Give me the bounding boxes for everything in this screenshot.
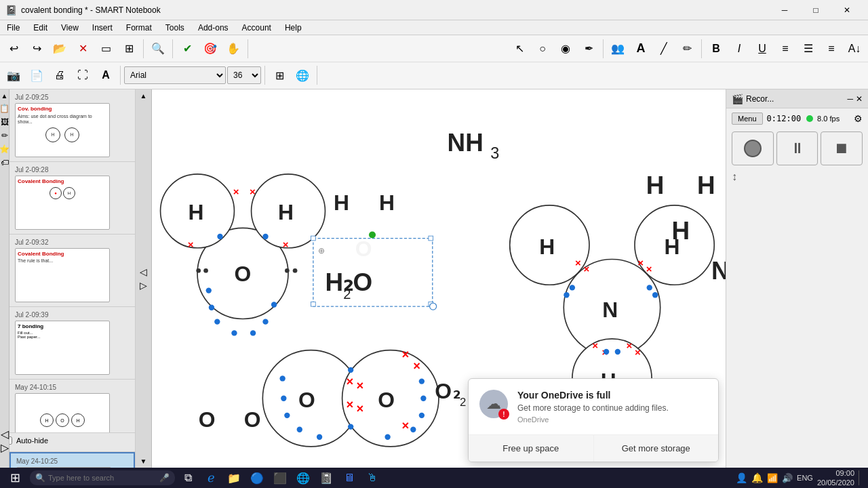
- free-up-space-button[interactable]: Free up space: [469, 435, 593, 462]
- sidebar-panel-icon-5[interactable]: 🏷: [1, 158, 9, 167]
- people-button[interactable]: 👥: [607, 38, 629, 60]
- menu-edit[interactable]: Edit: [26, 22, 54, 34]
- menu-format[interactable]: Format: [119, 22, 159, 34]
- cursor-button[interactable]: ↖: [509, 38, 530, 60]
- toolbar-separator-7: [264, 66, 265, 85]
- taskbar-smart[interactable]: 📓: [316, 469, 336, 487]
- record-button[interactable]: [732, 131, 774, 165]
- taskbar-edge[interactable]: ℯ: [201, 469, 221, 487]
- undo-button[interactable]: ↩: [3, 38, 24, 60]
- text-options-button[interactable]: A↓: [844, 38, 865, 60]
- svg-point-77: [615, 349, 620, 354]
- recorder-close[interactable]: ✕: [856, 94, 863, 104]
- recorder-settings[interactable]: ⚙: [854, 113, 863, 124]
- taskbar-app2[interactable]: 🖥: [339, 469, 359, 487]
- underline-button[interactable]: U: [751, 38, 773, 60]
- get-more-storage-button[interactable]: Get more storage: [593, 435, 719, 462]
- align-right-button[interactable]: ≡: [821, 38, 842, 60]
- font-size-selector[interactable]: 36: [227, 66, 261, 84]
- sidebar-panel-icon-3[interactable]: ✏: [1, 131, 8, 140]
- menu-view[interactable]: View: [54, 22, 85, 34]
- taskbar-search-box: 🔍 🎤: [30, 470, 175, 485]
- menu-file[interactable]: File: [0, 22, 26, 34]
- recorder-menu-button[interactable]: Menu: [732, 113, 763, 125]
- magic-button[interactable]: 🎯: [199, 38, 221, 60]
- color-grid-button[interactable]: ⊞: [269, 64, 290, 86]
- recorder-minimize[interactable]: ─: [847, 94, 853, 104]
- print-button[interactable]: 🖨: [49, 64, 71, 86]
- taskbar-notification-icon[interactable]: 🔔: [751, 472, 763, 483]
- recorder-expand-icon[interactable]: ↕: [732, 171, 737, 183]
- minimize-button[interactable]: ─: [769, 0, 800, 20]
- delete-button[interactable]: ✕: [72, 38, 94, 60]
- slide-thumb-4[interactable]: Jul 2-09:25 Cov. bonding Aims: use dot a…: [9, 89, 135, 162]
- highlighter-button[interactable]: ✏: [676, 38, 698, 60]
- sidebar-panel-icon-4[interactable]: ⭐: [0, 144, 9, 154]
- svg-text:×: ×: [637, 257, 644, 268]
- menu-addons[interactable]: Add-ons: [191, 22, 235, 34]
- slide-thumb-6-preview: Covalent Bonding The rule is that...: [15, 248, 110, 302]
- recorder-icon: 🎬: [732, 94, 743, 104]
- svg-point-74: [647, 285, 652, 290]
- slide-thumb-5[interactable]: Jul 2-09:28 Covalent Bonding ● H: [9, 162, 135, 235]
- close-button[interactable]: ✕: [831, 0, 863, 20]
- rectangle-button[interactable]: ▭: [95, 38, 117, 60]
- taskbar-network-icon[interactable]: 📶: [767, 473, 778, 483]
- menu-account[interactable]: Account: [235, 22, 278, 34]
- table-button[interactable]: ⊞: [118, 38, 140, 60]
- move-button[interactable]: ✋: [222, 38, 244, 60]
- svg-text:H: H: [671, 217, 690, 245]
- pdf-button[interactable]: 📄: [26, 64, 47, 86]
- start-button[interactable]: ⊞: [3, 469, 27, 487]
- align-left-button[interactable]: ≡: [774, 38, 796, 60]
- pen-button[interactable]: ✒: [578, 38, 599, 60]
- taskbar-taskview[interactable]: ⧉: [178, 469, 198, 487]
- open-button[interactable]: 📂: [49, 38, 71, 60]
- sidebar-scroll-up[interactable]: ▲: [1, 92, 8, 100]
- left-scroll-down[interactable]: ▼: [140, 458, 147, 465]
- pause-button[interactable]: ⏸: [776, 131, 818, 165]
- align-center-button[interactable]: ☰: [797, 38, 819, 60]
- globe-button[interactable]: 🌐: [292, 64, 313, 86]
- taskbar-show-desktop[interactable]: [859, 470, 863, 485]
- taskbar-people-icon[interactable]: 👤: [736, 472, 747, 483]
- left-nav-prev[interactable]: ◁: [140, 266, 147, 277]
- stop-button[interactable]: ⏹: [821, 131, 863, 165]
- sidebar-panel-icon-1[interactable]: 📋: [0, 104, 9, 113]
- sidebar-nav-left[interactable]: ◁: [1, 428, 9, 441]
- slide-thumb-6[interactable]: Jul 2-09:32 Covalent Bonding The rule is…: [9, 235, 135, 307]
- left-nav-next[interactable]: ▷: [140, 280, 147, 291]
- taskbar-app1[interactable]: ⬛: [270, 469, 290, 487]
- text-button[interactable]: A: [630, 38, 652, 60]
- menu-insert[interactable]: Insert: [85, 22, 119, 34]
- left-scroll-up[interactable]: ▲: [140, 92, 147, 100]
- taskbar-unknown1[interactable]: 🔵: [247, 469, 267, 487]
- maximize-button[interactable]: □: [800, 0, 831, 20]
- microphone-icon[interactable]: 🎤: [159, 473, 170, 483]
- bold-button[interactable]: B: [705, 38, 727, 60]
- fill-button[interactable]: ◉: [555, 38, 576, 60]
- taskbar-explorer[interactable]: 📁: [224, 469, 244, 487]
- zoom-button[interactable]: 🔍: [147, 38, 169, 60]
- taskbar-search-input[interactable]: [48, 474, 157, 482]
- slide-thumb-9[interactable]: May 24-10:25 H O H: [9, 452, 135, 468]
- check-button[interactable]: ✔: [176, 38, 198, 60]
- sidebar-panel-icon-2[interactable]: 🖼: [1, 117, 9, 127]
- menu-tools[interactable]: Tools: [159, 22, 191, 34]
- font-selector[interactable]: Arial: [124, 66, 226, 84]
- line-button[interactable]: ╱: [653, 38, 675, 60]
- italic-button[interactable]: I: [728, 38, 750, 60]
- screenshot-button[interactable]: 📷: [3, 64, 24, 86]
- taskbar-volume-icon[interactable]: 🔊: [782, 473, 793, 483]
- slide-thumb-7[interactable]: Jul 2-09:39 7 bonding Fill out... Past p…: [9, 307, 135, 380]
- shape-button[interactable]: ○: [532, 38, 553, 60]
- fullscreen-button[interactable]: ⛶: [72, 64, 94, 86]
- menu-help[interactable]: Help: [278, 22, 309, 34]
- sidebar-nav-right[interactable]: ▷: [1, 441, 9, 454]
- taskbar-app3[interactable]: 🖱: [362, 469, 382, 487]
- text2-button[interactable]: A: [95, 64, 117, 86]
- taskbar-time: 09:00: [817, 468, 854, 478]
- svg-point-37: [284, 413, 290, 418]
- redo-button[interactable]: ↪: [26, 38, 47, 60]
- taskbar-chrome[interactable]: 🌐: [293, 469, 313, 487]
